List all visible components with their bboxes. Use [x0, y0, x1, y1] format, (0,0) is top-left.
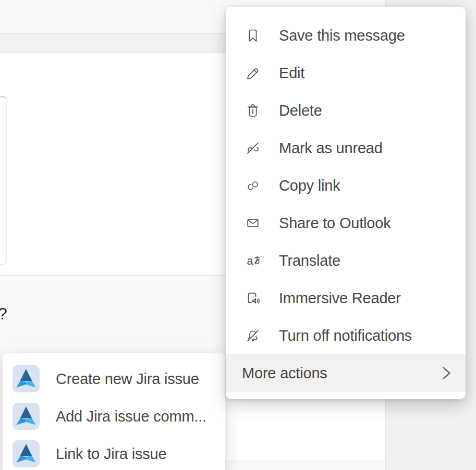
jira-icon [13, 403, 40, 430]
menu-item-edit[interactable]: Edit [226, 54, 466, 92]
menu-item-label: Immersive Reader [279, 290, 401, 307]
menu-item-create-jira-issue[interactable]: Create new Jira issue [3, 360, 225, 398]
more-actions-label: More actions [242, 365, 327, 382]
bell-off-icon [245, 327, 261, 344]
menu-item-label: Turn off notifications [279, 327, 412, 344]
jira-actions-submenu: Create new Jira issue Add Jira issue com… [3, 353, 225, 470]
message-context-menu: Save this message Edit Delete Mark as un… [226, 7, 466, 399]
glasses-off-icon [245, 140, 261, 156]
jira-app-tile [13, 365, 40, 392]
pencil-icon [245, 65, 261, 81]
jira-icon [13, 440, 40, 467]
menu-item-link-jira-issue[interactable]: Link to Jira issue [3, 435, 225, 470]
teams-message-context-screen: { "message_fragment": { "text": "?" }, "… [0, 0, 476, 470]
menu-item-copy-link[interactable]: Copy link [226, 167, 466, 204]
jira-app-tile [13, 403, 40, 430]
compose-area [221, 399, 385, 461]
menu-item-translate[interactable]: a Translate [226, 242, 466, 279]
mail-icon [245, 215, 261, 231]
menu-item-immersive-reader[interactable]: Immersive Reader [226, 279, 466, 317]
menu-item-mark-unread[interactable]: Mark as unread [226, 129, 466, 167]
menu-item-share-outlook[interactable]: Share to Outlook [226, 204, 466, 242]
link-icon [245, 177, 261, 194]
translate-icon: a [245, 252, 261, 269]
menu-item-delete[interactable]: Delete [226, 92, 466, 129]
bookmark-icon [245, 27, 261, 44]
focused-message-card-edge [0, 96, 7, 265]
immersive-reader-icon [245, 290, 261, 306]
menu-item-label: Delete [279, 102, 322, 119]
menu-item-label: Create new Jira issue [56, 370, 199, 388]
jira-app-tile [13, 440, 40, 467]
menu-item-label: Save this message [279, 27, 405, 44]
svg-text:a: a [247, 255, 253, 267]
menu-item-more-actions[interactable]: More actions [226, 354, 466, 392]
chevron-right-icon [441, 366, 452, 380]
menu-item-label: Add Jira issue comm... [56, 408, 206, 425]
menu-item-add-jira-comment[interactable]: Add Jira issue comm... [3, 398, 225, 435]
trash-icon [245, 102, 261, 119]
menu-item-label: Copy link [279, 177, 340, 194]
menu-item-turn-off-notifications[interactable]: Turn off notifications [226, 317, 466, 354]
menu-item-label: Share to Outlook [279, 215, 390, 232]
menu-item-label: Link to Jira issue [56, 446, 166, 463]
menu-item-save-message[interactable]: Save this message [226, 17, 466, 54]
menu-item-label: Translate [279, 252, 340, 269]
menu-item-label: Mark as unread [279, 140, 383, 157]
menu-item-label: Edit [279, 65, 304, 82]
message-text-fragment: ? [0, 304, 7, 324]
jira-icon [13, 365, 40, 392]
